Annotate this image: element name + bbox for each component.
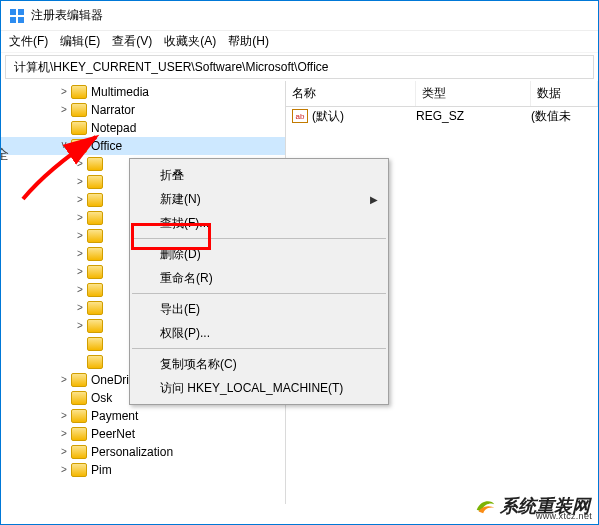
expander-icon[interactable]: > bbox=[73, 173, 87, 191]
address-bar[interactable]: 计算机\HKEY_CURRENT_USER\Software\Microsoft… bbox=[5, 55, 594, 79]
tree-label: Narrator bbox=[91, 101, 135, 119]
folder-icon bbox=[71, 463, 87, 477]
expander-icon[interactable]: > bbox=[57, 461, 71, 479]
expander-icon[interactable]: > bbox=[57, 425, 71, 443]
expander-icon[interactable]: > bbox=[73, 263, 87, 281]
folder-icon bbox=[87, 229, 103, 243]
expander-icon[interactable]: > bbox=[57, 83, 71, 101]
tree-item-peernet[interactable]: >PeerNet bbox=[1, 425, 285, 443]
context-rename[interactable]: 重命名(R) bbox=[130, 266, 388, 290]
context-export[interactable]: 导出(E) bbox=[130, 297, 388, 321]
string-value-icon: ab bbox=[292, 109, 308, 123]
folder-icon bbox=[87, 355, 103, 369]
svg-rect-1 bbox=[18, 9, 24, 15]
column-type[interactable]: 类型 bbox=[416, 81, 531, 106]
svg-rect-0 bbox=[10, 9, 16, 15]
tree-item-notepad[interactable]: Notepad bbox=[1, 119, 285, 137]
menu-view[interactable]: 查看(V) bbox=[112, 33, 152, 50]
expander-icon[interactable]: > bbox=[73, 155, 87, 173]
folder-icon bbox=[71, 85, 87, 99]
tree-item-pim[interactable]: >Pim bbox=[1, 461, 285, 479]
tree-item-narrator[interactable]: >Narrator bbox=[1, 101, 285, 119]
expander-icon[interactable]: > bbox=[73, 299, 87, 317]
app-icon bbox=[9, 8, 25, 24]
tree-label: Office bbox=[91, 137, 122, 155]
column-name[interactable]: 名称 bbox=[286, 81, 416, 106]
context-copy-keyname[interactable]: 复制项名称(C) bbox=[130, 352, 388, 376]
menu-edit[interactable]: 编辑(E) bbox=[60, 33, 100, 50]
svg-rect-3 bbox=[18, 17, 24, 23]
folder-icon bbox=[87, 337, 103, 351]
window-title: 注册表编辑器 bbox=[31, 7, 103, 24]
watermark: 系统重装网 www.xtcz.net bbox=[470, 492, 594, 520]
expander-icon[interactable]: > bbox=[57, 371, 71, 389]
expander-icon[interactable]: > bbox=[57, 443, 71, 461]
folder-icon bbox=[87, 301, 103, 315]
folder-icon bbox=[71, 445, 87, 459]
separator bbox=[132, 238, 386, 239]
folder-icon bbox=[71, 391, 87, 405]
separator bbox=[132, 293, 386, 294]
watermark-logo-icon bbox=[474, 495, 496, 517]
tree-item-multimedia[interactable]: >Multimedia bbox=[1, 83, 285, 101]
context-new[interactable]: 新建(N)▶ bbox=[130, 187, 388, 211]
tree-label: Osk bbox=[91, 389, 112, 407]
folder-icon bbox=[71, 373, 87, 387]
folder-icon bbox=[87, 157, 103, 171]
folder-icon bbox=[87, 265, 103, 279]
titlebar: 注册表编辑器 bbox=[1, 1, 598, 31]
tree-label: Personalization bbox=[91, 443, 173, 461]
expander-icon[interactable]: > bbox=[73, 245, 87, 263]
address-text: 计算机\HKEY_CURRENT_USER\Software\Microsoft… bbox=[14, 59, 329, 76]
value-type: REG_SZ bbox=[416, 109, 531, 123]
separator bbox=[132, 348, 386, 349]
expander-icon[interactable]: > bbox=[73, 281, 87, 299]
folder-icon bbox=[71, 427, 87, 441]
context-goto-hklm[interactable]: 访问 HKEY_LOCAL_MACHINE(T) bbox=[130, 376, 388, 400]
tree-item-personalization[interactable]: >Personalization bbox=[1, 443, 285, 461]
menubar: 文件(F) 编辑(E) 查看(V) 收藏夹(A) 帮助(H) bbox=[1, 31, 598, 53]
folder-icon bbox=[71, 409, 87, 423]
tree-label: Payment bbox=[91, 407, 138, 425]
tree-item-office[interactable]: vOffice bbox=[1, 137, 285, 155]
folder-icon bbox=[71, 139, 87, 153]
tree-label: Notepad bbox=[91, 119, 136, 137]
expander-icon[interactable]: > bbox=[73, 191, 87, 209]
folder-icon bbox=[71, 121, 87, 135]
context-find[interactable]: 查找(F)... bbox=[130, 211, 388, 235]
menu-file[interactable]: 文件(F) bbox=[9, 33, 48, 50]
expander-icon[interactable]: > bbox=[57, 407, 71, 425]
folder-icon bbox=[87, 247, 103, 261]
context-collapse[interactable]: 折叠 bbox=[130, 163, 388, 187]
list-header: 名称 类型 数据 bbox=[286, 81, 598, 107]
expander-icon[interactable]: > bbox=[73, 317, 87, 335]
menu-favorites[interactable]: 收藏夹(A) bbox=[164, 33, 216, 50]
folder-icon bbox=[87, 283, 103, 297]
expander-icon[interactable]: > bbox=[57, 101, 71, 119]
watermark-url: www.xtcz.net bbox=[536, 511, 592, 521]
folder-icon bbox=[87, 319, 103, 333]
tree-label: Pim bbox=[91, 461, 112, 479]
column-data[interactable]: 数据 bbox=[531, 81, 598, 106]
submenu-arrow-icon: ▶ bbox=[370, 194, 378, 205]
folder-icon bbox=[87, 193, 103, 207]
value-data: (数值未 bbox=[531, 108, 598, 125]
expander-icon[interactable]: > bbox=[73, 209, 87, 227]
menu-help[interactable]: 帮助(H) bbox=[228, 33, 269, 50]
expander-icon[interactable]: > bbox=[73, 227, 87, 245]
folder-icon bbox=[87, 175, 103, 189]
truncated-text: 全 bbox=[0, 146, 7, 166]
tree-item-payment[interactable]: >Payment bbox=[1, 407, 285, 425]
tree-label: PeerNet bbox=[91, 425, 135, 443]
context-permissions[interactable]: 权限(P)... bbox=[130, 321, 388, 345]
svg-rect-2 bbox=[10, 17, 16, 23]
folder-icon bbox=[71, 103, 87, 117]
folder-icon bbox=[87, 211, 103, 225]
value-name: (默认) bbox=[312, 108, 416, 125]
list-row[interactable]: ab (默认) REG_SZ (数值未 bbox=[286, 107, 598, 125]
expander-icon[interactable]: v bbox=[57, 136, 71, 154]
context-delete[interactable]: 删除(D) bbox=[130, 242, 388, 266]
tree-label: Multimedia bbox=[91, 83, 149, 101]
context-menu: 折叠 新建(N)▶ 查找(F)... 删除(D) 重命名(R) 导出(E) 权限… bbox=[129, 158, 389, 405]
